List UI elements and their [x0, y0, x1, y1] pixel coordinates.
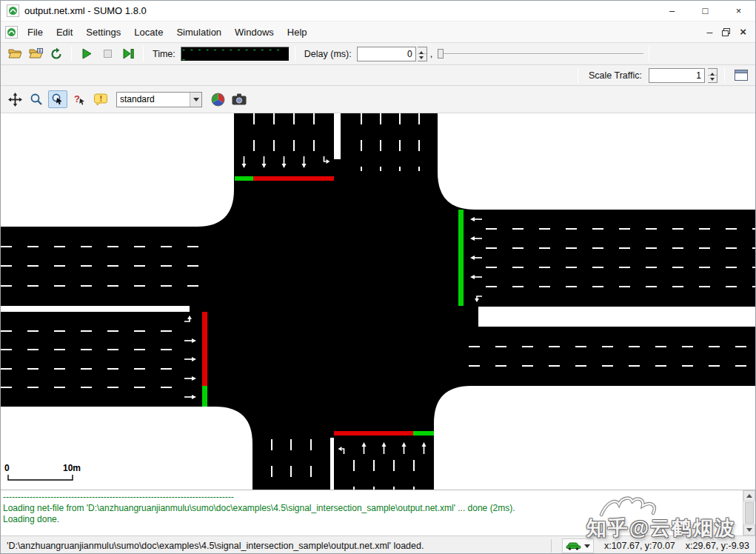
sumo-window: output.net.xml - SUMO 1.8.0 – □ × File E…	[0, 0, 756, 554]
step-icon	[122, 48, 135, 59]
log-line: Loading done.	[3, 514, 740, 525]
play-icon	[81, 48, 93, 59]
delay-spinner	[418, 47, 427, 61]
mdi-restore-button[interactable]	[721, 27, 731, 37]
mdi-window-controls: – ×	[706, 26, 751, 38]
scale-traffic-input[interactable]	[649, 68, 705, 83]
slider-groove[interactable]	[438, 53, 643, 55]
scroll-down-button[interactable]	[743, 524, 755, 535]
scale-traffic-label: Scale Traffic:	[589, 70, 642, 81]
scale-spinner	[708, 68, 717, 83]
maximize-button[interactable]: □	[689, 1, 722, 21]
chevron-down-icon	[584, 544, 590, 551]
view-toolbar: ? ! standard	[1, 86, 755, 113]
open-network-button[interactable]	[26, 45, 45, 63]
menu-windows[interactable]: Windows	[228, 23, 281, 41]
open-new-view-button[interactable]	[732, 67, 751, 84]
reload-icon	[50, 47, 63, 61]
spin-up-button[interactable]	[708, 69, 717, 76]
open-network-icon	[29, 48, 43, 59]
separator	[71, 47, 72, 61]
stop-button[interactable]	[98, 45, 117, 63]
delay-label: Delay (ms):	[304, 49, 352, 59]
signal-north-red	[253, 176, 334, 181]
spin-down-button[interactable]	[708, 76, 717, 82]
inspect-tool-button[interactable]	[48, 90, 67, 108]
app-icon	[7, 4, 19, 17]
menu-simulation[interactable]: Simulation	[170, 23, 228, 41]
separator	[551, 539, 552, 553]
signal-south-green	[413, 431, 434, 435]
snapshot-button[interactable]	[230, 90, 249, 108]
mdi-close-button[interactable]: ×	[740, 27, 746, 36]
menu-help[interactable]: Help	[281, 23, 314, 41]
question-cursor-icon: ?	[73, 93, 86, 106]
color-scheme-value: standard	[117, 94, 190, 104]
comma-label: ,	[430, 49, 432, 59]
menu-edit[interactable]: Edit	[50, 23, 79, 41]
delay-input[interactable]	[357, 47, 416, 61]
color-scheme-combobox[interactable]: standard	[116, 92, 202, 107]
separator	[295, 47, 295, 61]
warning-bubble-icon: !	[94, 93, 108, 106]
cursor-geo-position: x:107.67, y:70.07	[604, 541, 675, 551]
magnifier-icon	[30, 93, 43, 106]
ruler-end-label: 10m	[63, 463, 81, 473]
time-display: --------------	[181, 47, 290, 61]
log-scrollbar[interactable]	[743, 490, 755, 535]
log-line: Loading net-file from 'D:\anzhuangruanji…	[3, 503, 740, 514]
zoom-button[interactable]	[27, 90, 46, 108]
scrollbar-thumb[interactable]	[745, 502, 754, 524]
network-view[interactable]: 0 10m	[1, 113, 755, 490]
menu-settings[interactable]: Settings	[79, 23, 127, 41]
signal-west-red	[202, 312, 207, 386]
recenter-view-button[interactable]	[5, 90, 24, 108]
recenter-icon	[8, 93, 22, 107]
vehicle-indicator-button[interactable]	[562, 538, 594, 553]
car-icon	[566, 541, 582, 550]
simulation-toolbar: Time: -------------- Delay (ms): ,	[1, 43, 755, 65]
delay-slider[interactable]	[438, 47, 643, 61]
signal-south-red	[334, 431, 413, 435]
combobox-dropdown-button[interactable]	[190, 93, 201, 107]
window-title: output.net.xml - SUMO 1.8.0	[24, 5, 147, 16]
window-controls: – □ ×	[655, 1, 755, 21]
svg-text:?: ?	[74, 93, 80, 104]
edit-coloring-button[interactable]	[208, 90, 227, 108]
magnifier-cursor-icon	[51, 93, 64, 106]
svg-text:!: !	[99, 94, 102, 103]
log-line: ----------------------------------------…	[3, 492, 740, 503]
signal-west-green	[202, 386, 207, 407]
close-button[interactable]: ×	[722, 1, 755, 21]
time-label: Time:	[153, 49, 175, 59]
minimize-button[interactable]: –	[655, 1, 689, 21]
spin-down-button[interactable]	[418, 54, 426, 61]
messages-button[interactable]: !	[91, 90, 110, 108]
slider-thumb[interactable]	[438, 49, 444, 59]
mdi-minimize-button[interactable]: –	[706, 26, 712, 38]
stop-icon	[102, 48, 113, 59]
cursor-net-position: x:29.67, y:-9.93	[686, 541, 749, 551]
play-button[interactable]	[77, 45, 96, 63]
spin-up-button[interactable]	[418, 47, 426, 55]
status-message: 'D:\anzhuangruanjianmulu\sumo\doc\exampl…	[7, 541, 424, 551]
scroll-up-button[interactable]	[743, 490, 755, 501]
separator	[578, 68, 578, 83]
step-button[interactable]	[118, 45, 138, 63]
network-file-icon	[5, 26, 18, 39]
open-folder-icon	[8, 48, 22, 59]
open-simulation-button[interactable]	[5, 45, 24, 63]
menu-file[interactable]: File	[21, 23, 50, 41]
new-view-icon	[735, 70, 748, 81]
message-log: ----------------------------------------…	[1, 490, 755, 535]
menu-locate[interactable]: Locate	[127, 23, 170, 41]
signal-north-green	[235, 176, 253, 181]
title-bar: output.net.xml - SUMO 1.8.0 – □ ×	[1, 1, 755, 21]
separator	[649, 47, 649, 61]
reload-button[interactable]	[47, 45, 66, 63]
signal-east-green	[458, 210, 464, 306]
color-wheel-icon	[211, 93, 225, 107]
tooltip-tool-button[interactable]: ?	[70, 90, 89, 108]
canvas-area: 0 10m	[1, 113, 755, 490]
status-bar: 'D:\anzhuangruanjianmulu\sumo\doc\exampl…	[1, 535, 755, 554]
